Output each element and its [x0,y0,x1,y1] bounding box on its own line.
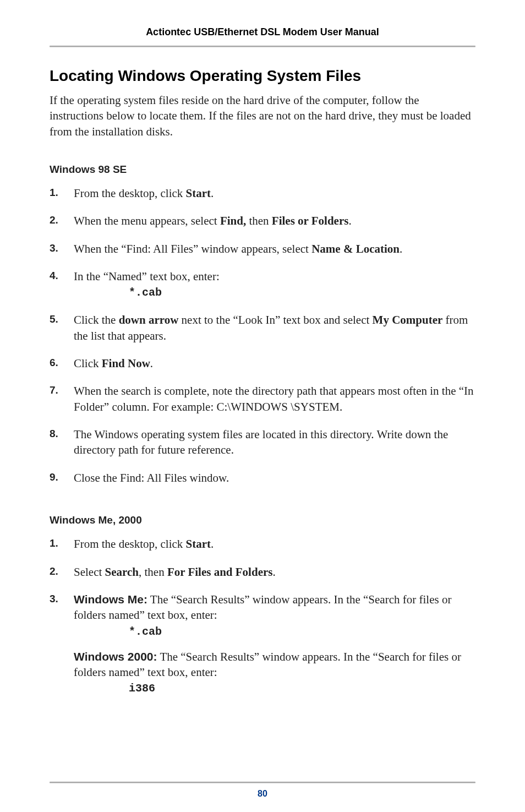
step-body: From the desktop, click Start. [74,536,475,552]
page-header: Actiontec USB/Ethernet DSL Modem User Ma… [50,26,475,46]
win2000-label: Windows 2000: [74,650,157,663]
step-number: 2. [50,213,74,227]
step-body: Close the Find: All Files window. [74,470,475,486]
win98-heading: Windows 98 SE [50,164,475,176]
step-number: 8. [50,427,74,441]
step-number: 2. [50,564,74,579]
step-body: The Windows operating system files are l… [74,427,475,458]
list-item: 4. In the “Named” text box, enter: *.cab [50,269,475,300]
step-body: In the “Named” text box, enter: *.cab [74,269,475,300]
step-number: 4. [50,269,74,283]
code-i386: i386 [129,681,475,696]
step-number: 1. [50,186,74,200]
section-title: Locating Windows Operating System Files [50,67,475,85]
section-intro: If the operating system files reside on … [50,92,475,139]
code-cab: *.cab [129,285,475,300]
list-item: 6. Click Find Now. [50,356,475,371]
list-item: 5. Click the down arrow next to the “Loo… [50,312,475,344]
list-item: 1. From the desktop, click Start. [50,536,475,552]
step-number: 3. [50,592,74,606]
list-item: 2. When the menu appears, select Find, t… [50,213,475,228]
step-body: When the search is complete, note the di… [74,383,475,415]
winme-label: Windows Me: [74,593,147,606]
code-cab: *.cab [129,624,475,639]
step-number: 3. [50,241,74,255]
header-rule [50,46,475,47]
winme-heading: Windows Me, 2000 [50,514,475,526]
step-body: When the menu appears, select Find, then… [74,213,475,228]
list-item: 7. When the search is complete, note the… [50,383,475,415]
list-item: 2. Select Search, then For Files and Fol… [50,564,475,580]
winme-steps: 1. From the desktop, click Start. 2. Sel… [50,536,475,696]
page-number: 80 [0,789,525,799]
step-body: Windows Me: The “Search Results” window … [74,592,475,696]
step-number: 7. [50,383,74,397]
step-body: Click Find Now. [74,356,475,371]
footer-rule [50,782,475,783]
list-item: 3. When the “Find: All Files” window app… [50,241,475,257]
list-item: 3. Windows Me: The “Search Results” wind… [50,592,475,696]
list-item: 1. From the desktop, click Start. [50,186,475,201]
step-number: 5. [50,312,74,326]
step-number: 1. [50,536,74,551]
step-body: From the desktop, click Start. [74,186,475,201]
win98-steps: 1. From the desktop, click Start. 2. Whe… [50,186,475,486]
step-body: Click the down arrow next to the “Look I… [74,312,475,344]
step-number: 6. [50,356,74,370]
path-text: C:\WINDOWS \SYSTEM [217,400,340,413]
step-body: When the “Find: All Files” window appear… [74,241,475,257]
step-body: Select Search, then For Files and Folder… [74,564,475,580]
list-item: 9. Close the Find: All Files window. [50,470,475,486]
list-item: 8. The Windows operating system files ar… [50,427,475,458]
step-number: 9. [50,470,74,484]
